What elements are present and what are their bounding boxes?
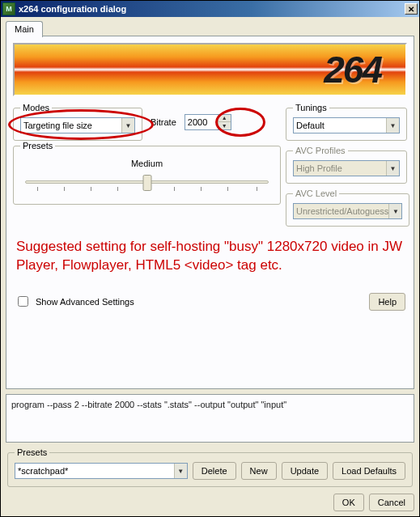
spin-up-icon[interactable]: ▲ [218, 115, 231, 123]
new-button[interactable]: New [241, 462, 277, 480]
spin-down-icon[interactable]: ▼ [218, 122, 231, 129]
window-title: x264 configuration dialog [19, 4, 405, 14]
tabstrip: Main [6, 20, 414, 36]
chevron-down-icon: ▼ [386, 161, 399, 176]
show-advanced-input[interactable] [18, 296, 28, 307]
annotation-text: Suggested setting for self-hosting "busy… [16, 238, 404, 275]
bitrate-spinner[interactable]: ▲ ▼ [185, 114, 231, 130]
tunings-group: Tunings Default ▼ [286, 103, 407, 141]
command-line-box[interactable]: program --pass 2 --bitrate 2000 --stats … [6, 394, 414, 443]
update-button[interactable]: Update [282, 462, 328, 480]
slider-thumb[interactable] [142, 175, 151, 191]
show-advanced-label: Show Advanced Settings [36, 297, 134, 307]
client-area: Main 264 Modes Targeting file size ▼ [1, 17, 419, 516]
modes-selected: Targeting file size [23, 121, 92, 130]
close-button[interactable]: ✕ [405, 3, 418, 15]
avc-level-legend: AVC Level [293, 189, 339, 198]
modes-legend: Modes [20, 103, 52, 112]
chevron-down-icon: ▼ [386, 118, 399, 133]
presets-slider-group: Presets Medium [13, 141, 281, 205]
help-button[interactable]: Help [369, 293, 405, 311]
dialog-button-row: OK Cancel [6, 494, 414, 511]
dialog-window: M x264 configuration dialog ✕ Main 264 M… [0, 0, 420, 517]
avc-level-group: AVC Level Unrestricted/Autoguess ▼ [286, 189, 409, 227]
tunings-dropdown[interactable]: Default ▼ [293, 117, 400, 133]
modes-dropdown[interactable]: Targeting file size ▼ [20, 117, 135, 133]
presets-dropdown[interactable]: *scratchpad* ▼ [15, 463, 188, 479]
chevron-down-icon: ▼ [388, 204, 401, 218]
tunings-legend: Tunings [293, 103, 329, 112]
chevron-down-icon: ▼ [174, 464, 187, 478]
bottom-presets-group: Presets *scratchpad* ▼ Delete New Update… [7, 447, 413, 487]
preset-slider[interactable] [25, 172, 269, 194]
avc-level-dropdown: Unrestricted/Autoguess ▼ [293, 203, 402, 219]
avc-profiles-dropdown: High Profile ▼ [293, 160, 400, 176]
tunings-selected: Default [296, 121, 325, 130]
avc-level-selected: Unrestricted/Autoguess [296, 206, 388, 216]
preset-value-label: Medium [25, 159, 269, 168]
presets-slider-legend: Presets [20, 141, 55, 150]
titlebar: M x264 configuration dialog ✕ [1, 1, 419, 17]
bitrate-label: Bitrate [151, 117, 176, 127]
app-icon: M [2, 2, 15, 15]
modes-group: Modes Targeting file size ▼ [13, 103, 142, 141]
avc-profiles-selected: High Profile [296, 163, 342, 173]
avc-profiles-group: AVC Profiles High Profile ▼ [286, 146, 407, 184]
ok-button[interactable]: OK [333, 494, 364, 511]
tabpage-main: 264 Modes Targeting file size ▼ Bitrate [6, 36, 414, 389]
show-advanced-checkbox[interactable]: Show Advanced Settings [15, 294, 134, 309]
tab-main[interactable]: Main [6, 21, 43, 37]
chevron-down-icon: ▼ [121, 118, 134, 133]
presets-selected: *scratchpad* [18, 466, 68, 476]
load-defaults-button[interactable]: Load Defaults [333, 462, 405, 480]
banner-image: 264 [13, 43, 407, 96]
avc-profiles-legend: AVC Profiles [293, 146, 348, 155]
delete-button[interactable]: Delete [193, 462, 236, 480]
banner-text: 264 [324, 48, 381, 91]
cancel-button[interactable]: Cancel [369, 494, 414, 511]
bitrate-input[interactable] [185, 115, 218, 129]
bottom-presets-legend: Presets [15, 447, 49, 457]
